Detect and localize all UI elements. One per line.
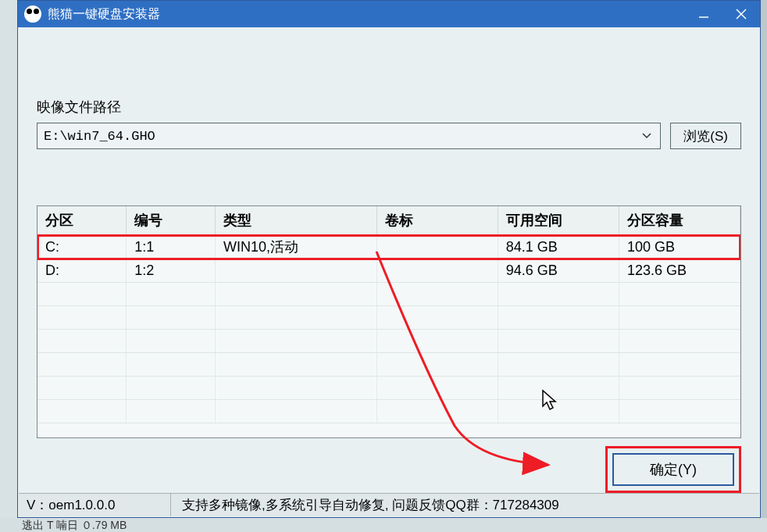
table-row[interactable]: . — [37, 400, 740, 423]
content-area: 映像文件路径 浏览(S) 分区 编号 类型 卷标 可用空间 — [18, 27, 760, 493]
window-title: 熊猫一键硬盘安装器 — [48, 6, 160, 23]
header-type[interactable]: 类型 — [215, 206, 376, 235]
image-path-combobox[interactable] — [37, 123, 661, 149]
cell-type — [215, 259, 376, 283]
table-row[interactable]: . — [37, 377, 740, 400]
table-row[interactable]: D: 1:2 94.6 GB 123.6 GB — [37, 259, 740, 283]
image-path-row: 浏览(S) — [37, 123, 741, 149]
header-capacity[interactable]: 分区容量 — [619, 206, 740, 235]
cell-volume — [376, 259, 498, 283]
version-label: V：oem1.0.0.0 — [19, 494, 171, 516]
cell-type: WIN10,活动 — [215, 235, 376, 259]
cell-capacity: 123.6 GB — [619, 259, 740, 283]
table-row[interactable]: . — [37, 283, 740, 306]
titlebar: 熊猫一键硬盘安装器 — [18, 1, 760, 27]
table-row[interactable]: . — [37, 353, 740, 377]
minimize-button[interactable] — [685, 1, 722, 27]
cell-volume — [376, 235, 498, 259]
header-partition[interactable]: 分区 — [37, 206, 127, 235]
header-number[interactable]: 编号 — [127, 206, 216, 235]
table-header-row: 分区 编号 类型 卷标 可用空间 分区容量 — [37, 206, 740, 235]
main-window: 熊猫一键硬盘安装器 映像文件路径 浏览(S) — [17, 0, 761, 518]
panda-app-icon — [24, 5, 41, 23]
close-button[interactable] — [722, 1, 760, 27]
ok-button-highlight: 确定(Y) — [605, 446, 741, 493]
table-row[interactable]: C: 1:1 WIN10,活动 84.1 GB 100 GB — [37, 235, 740, 259]
cell-capacity: 100 GB — [619, 235, 740, 259]
background-left-strip — [0, 0, 17, 532]
status-bar: V：oem1.0.0.0 支持多种镜像,多系统引导自动修复, 问题反馈QQ群：7… — [19, 493, 759, 516]
support-info: 支持多种镜像,多系统引导自动修复, 问题反馈QQ群：717284309 — [171, 494, 759, 516]
cell-number: 1:2 — [127, 259, 216, 283]
header-volume[interactable]: 卷标 — [376, 206, 498, 235]
image-path-label: 映像文件路径 — [37, 98, 741, 116]
ok-button-row: 确定(Y) — [37, 446, 741, 493]
background-bottom-strip: 逃出 T 喃日 ０.79 MB — [0, 518, 767, 532]
cell-number: 1:1 — [127, 235, 216, 259]
table-row[interactable]: . — [37, 330, 740, 353]
window-controls — [685, 1, 760, 27]
browse-button[interactable]: 浏览(S) — [670, 123, 741, 149]
header-free[interactable]: 可用空间 — [498, 206, 619, 235]
image-path-input[interactable] — [44, 129, 640, 144]
cell-partition: C: — [37, 235, 127, 259]
partition-table-container: 分区 编号 类型 卷标 可用空间 分区容量 C: 1:1 WIN10,活动 8 — [37, 205, 741, 438]
chevron-down-icon[interactable] — [640, 130, 654, 141]
cell-partition: D: — [37, 259, 127, 283]
partition-table: 分区 编号 类型 卷标 可用空间 分区容量 C: 1:1 WIN10,活动 8 — [37, 206, 740, 423]
ok-button[interactable]: 确定(Y) — [612, 453, 734, 486]
table-row[interactable]: . — [37, 306, 740, 330]
cell-free: 84.1 GB — [498, 235, 619, 259]
cell-free: 94.6 GB — [498, 259, 619, 283]
